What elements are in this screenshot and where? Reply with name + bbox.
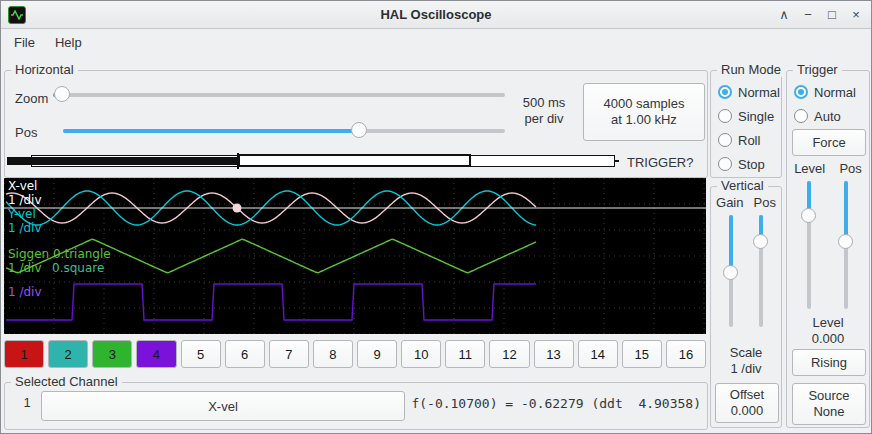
selected-channel-group-title: Selected Channel bbox=[11, 374, 122, 389]
scope-display[interactable]: X-vel1 /divY-vel1 /divSiggen 0.triangle1… bbox=[4, 178, 706, 334]
vertical-pos-slider[interactable] bbox=[752, 215, 770, 327]
trigger-level-readout-label: Level bbox=[787, 315, 869, 331]
waveform-siggen-0-triangle bbox=[6, 239, 536, 273]
selected-channel-group: Selected Channel 1 X-vel f(-0.10700) = -… bbox=[4, 382, 708, 430]
channel-button-2[interactable]: 2 bbox=[48, 340, 88, 368]
timeline-trigger-position bbox=[237, 153, 239, 169]
trigger-level-readout: Level 0.000 bbox=[787, 315, 869, 347]
menubar: File Help bbox=[0, 29, 872, 55]
channel-button-12[interactable]: 12 bbox=[489, 340, 529, 368]
trigger-pos-slider[interactable] bbox=[837, 181, 855, 309]
trigger-level-readout-value: 0.000 bbox=[787, 331, 869, 347]
selected-channel-number: 1 bbox=[15, 395, 39, 410]
samples-rate: at 1.00 kHz bbox=[611, 112, 677, 128]
radio-label: Normal bbox=[738, 85, 780, 100]
force-button[interactable]: Force bbox=[792, 129, 866, 156]
shade-button[interactable]: ∧ bbox=[774, 4, 794, 24]
per-div-value: 500 ms bbox=[509, 95, 579, 111]
radio-normal[interactable]: Normal bbox=[718, 83, 780, 101]
per-div-readout: 500 ms per div bbox=[509, 95, 579, 127]
window-title: HAL Oscilloscope bbox=[0, 7, 872, 22]
channel-button-7[interactable]: 7 bbox=[269, 340, 309, 368]
channel-button-1[interactable]: 1 bbox=[4, 340, 44, 368]
radio-label: Single bbox=[738, 109, 774, 124]
horizontal-group-title: Horizontal bbox=[11, 62, 78, 77]
vertical-offset-value: 0.000 bbox=[731, 403, 764, 419]
waveform-siggen-0-square bbox=[6, 284, 536, 320]
trigger-question-label: TRIGGER? bbox=[627, 155, 693, 170]
radio-single[interactable]: Single bbox=[718, 107, 780, 125]
radio-label: Roll bbox=[738, 133, 760, 148]
window-controls: ∧ − □ × bbox=[774, 0, 866, 28]
channel-strip: 12345678910111213141516 bbox=[4, 340, 706, 368]
trigger-slider-labels: Level Pos bbox=[787, 161, 869, 176]
pos-label: Pos bbox=[15, 125, 37, 140]
radio-roll[interactable]: Roll bbox=[718, 131, 780, 149]
radio-label: Auto bbox=[814, 109, 841, 124]
titlebar: HAL Oscilloscope ∧ − □ × bbox=[0, 0, 872, 29]
vertical-scale-readout: Scale 1 /div bbox=[711, 345, 781, 377]
zoom-label: Zoom bbox=[15, 91, 48, 106]
channel-button-16[interactable]: 16 bbox=[666, 340, 706, 368]
radio-dot bbox=[718, 157, 732, 171]
maximize-button[interactable]: □ bbox=[822, 4, 842, 24]
vertical-gain-handle[interactable] bbox=[723, 265, 738, 280]
run-mode-radios: NormalSingleRollStop bbox=[718, 83, 780, 173]
vertical-offset-button[interactable]: Offset 0.000 bbox=[715, 383, 779, 423]
vertical-gain-label: Gain bbox=[716, 195, 743, 210]
minimize-button[interactable]: − bbox=[798, 4, 818, 24]
channel-button-9[interactable]: 9 bbox=[357, 340, 397, 368]
radio-auto[interactable]: Auto bbox=[794, 107, 856, 125]
zoom-slider-track bbox=[53, 93, 505, 97]
trigger-level-slider[interactable] bbox=[800, 181, 818, 309]
channel-button-10[interactable]: 10 bbox=[401, 340, 441, 368]
vertical-gain-slider[interactable] bbox=[722, 215, 740, 327]
trigger-group-title: Trigger bbox=[793, 62, 842, 77]
radio-label: Normal bbox=[814, 85, 856, 100]
acquisition-timeline[interactable] bbox=[7, 153, 619, 169]
vertical-pos-label: Pos bbox=[754, 195, 776, 210]
timeline-visible-window[interactable] bbox=[238, 154, 471, 167]
trigger-source-label: Source bbox=[808, 388, 849, 404]
channel-button-8[interactable]: 8 bbox=[313, 340, 353, 368]
per-div-unit: per div bbox=[509, 111, 579, 127]
vertical-scale-label: Scale bbox=[711, 345, 781, 361]
pos-slider-handle[interactable] bbox=[351, 122, 367, 138]
channel-button-5[interactable]: 5 bbox=[181, 340, 221, 368]
pos-slider[interactable] bbox=[63, 121, 505, 141]
trigger-level-handle[interactable] bbox=[801, 208, 816, 223]
radio-dot bbox=[718, 85, 732, 99]
trigger-source-button[interactable]: Source None bbox=[792, 383, 866, 425]
timeline-filled-region bbox=[7, 157, 238, 165]
radio-normal[interactable]: Normal bbox=[794, 83, 856, 101]
channel-button-13[interactable]: 13 bbox=[534, 340, 574, 368]
vertical-scale-value: 1 /div bbox=[711, 361, 781, 377]
scope-canvas bbox=[4, 178, 706, 334]
zoom-slider[interactable] bbox=[53, 85, 505, 105]
channel-button-3[interactable]: 3 bbox=[92, 340, 132, 368]
radio-dot bbox=[718, 109, 732, 123]
channel-button-4[interactable]: 4 bbox=[136, 340, 176, 368]
radio-stop[interactable]: Stop bbox=[718, 155, 780, 173]
close-button[interactable]: × bbox=[846, 4, 866, 24]
zoom-slider-handle[interactable] bbox=[54, 86, 70, 102]
trigger-pos-handle[interactable] bbox=[838, 234, 853, 249]
pos-slider-fill bbox=[63, 129, 359, 133]
samples-button[interactable]: 4000 samples at 1.00 kHz bbox=[583, 83, 705, 141]
run-mode-group-title: Run Mode bbox=[717, 62, 785, 77]
menu-help[interactable]: Help bbox=[45, 32, 92, 53]
channel-button-6[interactable]: 6 bbox=[225, 340, 265, 368]
trigger-pos-label: Pos bbox=[839, 161, 861, 176]
trigger-level-label: Level bbox=[794, 161, 825, 176]
trigger-marker bbox=[233, 204, 242, 213]
vertical-pos-handle[interactable] bbox=[753, 234, 768, 249]
menu-file[interactable]: File bbox=[4, 32, 45, 53]
channel-value-readout: f(-0.10700) = -0.62279 (ddt 4.90358) bbox=[411, 396, 701, 411]
trigger-edge-button[interactable]: Rising bbox=[792, 349, 866, 376]
selected-channel-name-button[interactable]: X-vel bbox=[41, 391, 405, 421]
channel-button-15[interactable]: 15 bbox=[622, 340, 662, 368]
channel-button-14[interactable]: 14 bbox=[578, 340, 618, 368]
channel-button-11[interactable]: 11 bbox=[445, 340, 485, 368]
vertical-group-title: Vertical bbox=[717, 178, 768, 193]
radio-dot bbox=[718, 133, 732, 147]
